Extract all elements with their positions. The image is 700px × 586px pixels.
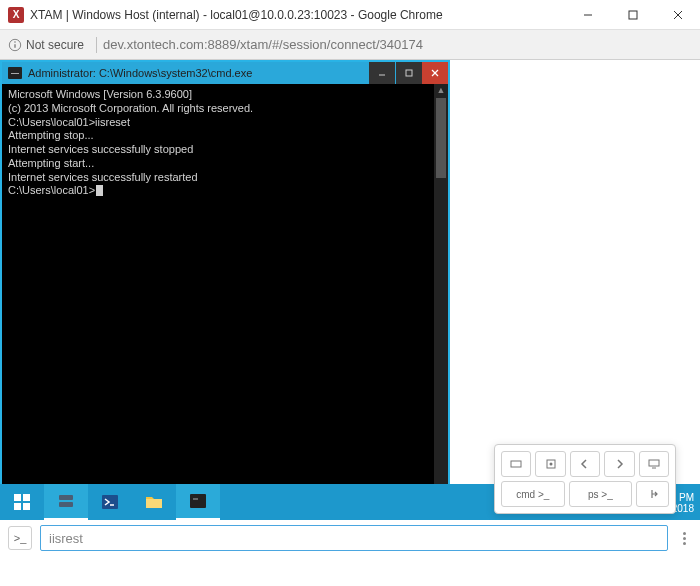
cmd-close-button[interactable] <box>422 62 448 84</box>
svg-rect-8 <box>406 70 412 76</box>
panel-monitor-button[interactable] <box>639 451 669 477</box>
cmd-cursor <box>96 185 103 196</box>
panel-exit-button[interactable] <box>636 481 669 507</box>
svg-rect-11 <box>14 494 21 501</box>
cmd-line: (c) 2013 Microsoft Corporation. All righ… <box>8 102 442 116</box>
panel-forward-button[interactable] <box>604 451 634 477</box>
not-secure-badge[interactable]: Not secure <box>8 38 84 52</box>
scroll-up-icon[interactable]: ▲ <box>434 84 448 98</box>
chevron-left-icon <box>579 458 591 470</box>
chrome-maximize-button[interactable] <box>610 0 655 30</box>
monitor-icon <box>648 458 660 470</box>
panel-ps-button[interactable]: ps >_ <box>569 481 633 507</box>
cmd-line: C:\Users\local01>iisreset <box>8 116 442 130</box>
cmd-maximize-button[interactable] <box>396 62 422 84</box>
not-secure-label: Not secure <box>26 38 84 52</box>
panel-fullscreen-button[interactable] <box>535 451 565 477</box>
input-more-button[interactable] <box>676 532 692 545</box>
cmd-scrollbar[interactable]: ▲ ▼ <box>434 84 448 518</box>
chrome-titlebar: X XTAM | Windows Host (internal) - local… <box>0 0 700 30</box>
cmd-window: Administrator: C:\Windows\system32\cmd.e… <box>0 60 450 520</box>
cmd-prompt-line: C:\Users\local01> <box>8 184 442 198</box>
svg-rect-15 <box>59 495 73 500</box>
url-text[interactable]: dev.xtontech.com:8889/xtam/#/session/con… <box>103 37 423 52</box>
cmd-minimize-button[interactable] <box>369 62 395 84</box>
session-content: Administrator: C:\Windows\system32\cmd.e… <box>0 60 700 556</box>
exit-icon <box>647 488 659 500</box>
svg-point-24 <box>549 463 552 466</box>
chrome-minimize-button[interactable] <box>565 0 610 30</box>
cmd-line: Microsoft Windows [Version 6.3.9600] <box>8 88 442 102</box>
panel-back-button[interactable] <box>570 451 600 477</box>
cmd-icon <box>8 67 22 79</box>
session-toolbar-panel: cmd >_ ps >_ <box>494 444 676 514</box>
fullscreen-icon <box>545 458 557 470</box>
svg-rect-20 <box>190 494 206 508</box>
panel-cmd-button[interactable]: cmd >_ <box>501 481 565 507</box>
svg-rect-16 <box>59 502 73 507</box>
command-input[interactable] <box>40 525 668 551</box>
scroll-thumb[interactable] <box>436 98 446 178</box>
svg-rect-25 <box>649 460 659 466</box>
chevron-right-icon <box>613 458 625 470</box>
cmd-titlebar[interactable]: Administrator: C:\Windows\system32\cmd.e… <box>2 62 448 84</box>
cmd-line: Attempting stop... <box>8 129 442 143</box>
chrome-url-bar: Not secure dev.xtontech.com:8889/xtam/#/… <box>0 30 700 60</box>
cmd-terminal-body[interactable]: Microsoft Windows [Version 6.3.9600] (c)… <box>2 84 448 518</box>
svg-rect-13 <box>14 503 21 510</box>
chrome-favicon: X <box>8 7 24 23</box>
url-separator <box>96 37 97 53</box>
svg-rect-1 <box>629 11 637 19</box>
info-icon <box>8 38 22 52</box>
svg-rect-12 <box>23 494 30 501</box>
taskbar-powershell[interactable] <box>88 484 132 520</box>
svg-rect-19 <box>146 499 162 508</box>
taskbar-start-button[interactable] <box>0 484 44 520</box>
taskbar-cmd[interactable] <box>176 484 220 520</box>
cmd-line: Internet services successfully restarted <box>8 171 442 185</box>
chrome-close-button[interactable] <box>655 0 700 30</box>
taskbar-file-explorer[interactable] <box>132 484 176 520</box>
panel-record-button[interactable] <box>501 451 531 477</box>
chrome-window-title: XTAM | Windows Host (internal) - local01… <box>30 8 565 22</box>
taskbar-server-manager[interactable] <box>44 484 88 520</box>
svg-rect-14 <box>23 503 30 510</box>
svg-point-6 <box>14 41 16 43</box>
cmd-line: Attempting start... <box>8 157 442 171</box>
record-icon <box>510 458 522 470</box>
svg-rect-22 <box>511 461 521 467</box>
command-input-bar: >_ <box>0 520 700 556</box>
cmd-line: Internet services successfully stopped <box>8 143 442 157</box>
cmd-window-title: Administrator: C:\Windows\system32\cmd.e… <box>28 67 368 79</box>
input-prompt-button[interactable]: >_ <box>8 526 32 550</box>
